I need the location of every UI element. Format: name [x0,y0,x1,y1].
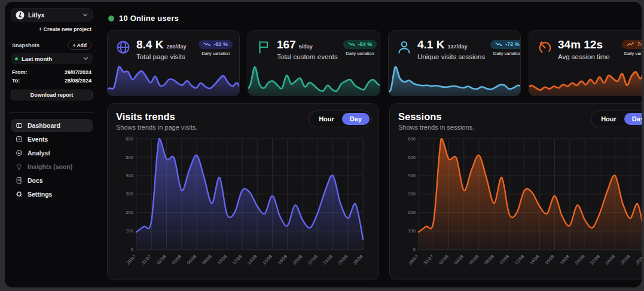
avg-session-sparkline [529,64,642,96]
day-toggle-button[interactable]: Day [342,113,370,125]
svg-text:06/08: 06/08 [468,254,480,266]
svg-text:500: 500 [408,155,416,160]
sidebar-item-insights[interactable]: Insights (soon) [11,160,93,173]
svg-text:18/08: 18/08 [277,254,289,266]
sidebar-item-label: Analyst [28,149,50,157]
sidebar-item-analyst[interactable]: AI Analyst [11,146,93,160]
stat-card-unique-sessions: 4.1 K137/day Unique visits sessions -72 … [388,30,521,96]
to-value: 28/08/2024 [65,77,91,85]
sidebar-item-settings[interactable]: Settings [11,188,93,201]
sidebar-menu: Dashboard Events AI Analyst Insights (so… [11,119,93,201]
online-users-status: 10 Online users [108,14,642,23]
online-users-text: 10 Online users [119,14,179,23]
sidebar-divider [9,112,94,113]
sessions-interval-toggle: Hour Day [591,111,642,127]
sidebar: Litlyx + Create new project Snapshots + … [5,2,99,287]
svg-text:100: 100 [126,228,133,234]
visits-trends-card: Visits trends Shows trends in page visit… [107,103,379,280]
day-toggle-button[interactable]: Day [624,113,642,125]
svg-text:400: 400 [408,173,416,178]
svg-text:28/08: 28/08 [352,254,364,266]
globe-icon [115,39,131,55]
user-icon [396,39,412,55]
sidebar-item-events[interactable]: Events [11,133,93,146]
docs-icon [16,177,23,184]
variation-badge: -84 % [343,40,377,49]
events-icon [16,136,23,143]
svg-text:12/08: 12/08 [231,254,243,266]
svg-text:500: 500 [126,155,133,160]
svg-text:31/07: 31/07 [141,254,152,266]
variation-caption: Daily variation [490,51,521,56]
page-visits-sparkline [107,64,240,96]
project-selector[interactable]: Litlyx [11,8,93,22]
svg-text:0: 0 [413,247,416,252]
chevron-down-icon [83,13,88,17]
svg-text:600: 600 [408,136,416,142]
stat-value: 34m 12s [558,38,603,51]
svg-text:08/08: 08/08 [201,254,213,266]
stat-value: 167 [277,38,296,51]
variation-badge: -72 % [490,40,521,49]
timer-icon [537,39,553,55]
hour-toggle-button[interactable]: Hour [593,113,624,125]
chevron-down-icon [83,57,88,60]
sidebar-item-label: Docs [28,177,43,184]
svg-text:16/08: 16/08 [261,254,273,266]
sidebar-item-docs[interactable]: Docs [11,174,93,187]
svg-text:22/08: 22/08 [589,254,601,266]
create-new-project-link[interactable]: + Create new project [12,26,91,32]
online-status-dot [108,16,114,22]
app-window: Litlyx + Create new project Snapshots + … [5,2,642,287]
unique-sessions-sparkline [388,64,521,96]
stat-rate: 5/day [299,44,313,50]
svg-text:08/08: 08/08 [483,254,495,266]
svg-text:16/08: 16/08 [544,254,556,266]
svg-text:400: 400 [126,173,133,178]
svg-text:22/08: 22/08 [307,254,319,266]
svg-text:04/08: 04/08 [453,254,465,266]
visits-trends-chart[interactable]: 010020030040050060029/0731/0702/0804/080… [116,135,370,271]
stat-title: Unique visits sessions [417,53,485,60]
stat-rate: 137/day [447,44,467,50]
svg-text:04/08: 04/08 [170,254,182,266]
svg-text:200: 200 [126,210,133,215]
svg-text:300: 300 [408,191,416,197]
sidebar-item-label: Settings [28,191,52,198]
hour-toggle-button[interactable]: Hour [311,113,342,125]
trend-down-icon [348,42,356,47]
stat-card-page-visits: 8.4 K280/day Total page visits -82 % Dai… [107,30,240,96]
variation-badge: -82 % [199,40,233,49]
stat-value: 8.4 K [136,38,163,51]
charts-row: Visits trends Shows trends in page visit… [107,103,642,280]
svg-text:12/08: 12/08 [514,254,526,266]
svg-text:200: 200 [408,210,416,215]
sessions-chart[interactable]: 010020030040050060029/0731/0702/0804/080… [398,135,642,271]
svg-text:26/08: 26/08 [619,254,631,266]
svg-text:AI: AI [18,152,20,155]
custom-events-sparkline [248,64,380,96]
sidebar-item-dashboard[interactable]: Dashboard [11,119,93,132]
svg-text:26/08: 26/08 [337,254,349,266]
flag-icon [256,39,271,55]
add-snapshot-button[interactable]: + Add [68,41,91,50]
svg-text:10/08: 10/08 [216,254,228,266]
stat-title: Avg session time [558,53,610,60]
svg-text:0: 0 [131,247,133,252]
snapshot-select[interactable]: Last month [11,53,93,64]
litlyx-logo-icon [16,11,25,20]
settings-icon [16,191,23,198]
variation-caption: Daily variation [199,51,233,56]
sessions-card: Sessions Shows trends in sessions. Hour … [389,103,642,280]
svg-text:31/07: 31/07 [423,254,435,266]
svg-text:29/07: 29/07 [126,254,138,266]
svg-text:28/08: 28/08 [634,254,642,266]
svg-text:14/08: 14/08 [529,254,541,266]
svg-text:24/08: 24/08 [322,254,334,266]
trend-down-icon [203,42,211,47]
stat-value: 4.1 K [417,38,444,51]
stat-card-avg-session: 34m 12s Avg session time 74 % Daily vari… [529,30,642,96]
download-report-button[interactable]: Download report [11,90,93,100]
svg-text:18/08: 18/08 [559,254,571,266]
snapshot-selected-value: Last month [22,56,80,62]
